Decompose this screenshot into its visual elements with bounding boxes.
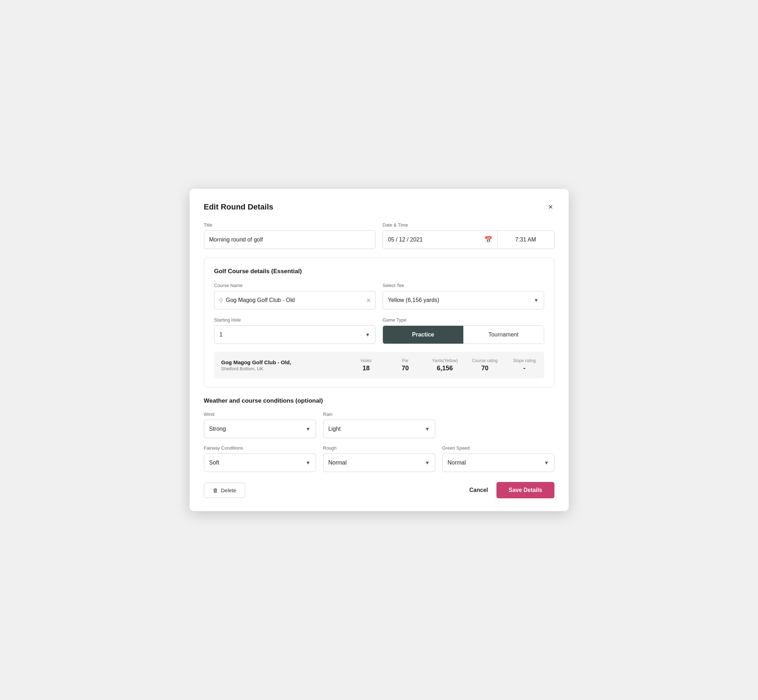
rough-dropdown[interactable]: Normal ▼: [323, 453, 435, 472]
edit-round-modal: Edit Round Details × Title Date & Time 0…: [190, 189, 568, 511]
stat-course-rating: Course rating 70: [472, 358, 498, 372]
modal-header: Edit Round Details ×: [204, 202, 554, 212]
course-name-input[interactable]: [226, 297, 366, 303]
conditions-title: Weather and course conditions (optional): [204, 397, 554, 405]
rough-value: Normal: [329, 459, 347, 466]
stat-yards: Yards(Yellow) 6,156: [432, 358, 458, 372]
fairway-dropdown[interactable]: Soft ▼: [204, 453, 316, 472]
select-tee-value: Yellow (6,156 yards): [388, 297, 439, 303]
course-rating-value: 70: [472, 364, 498, 372]
fairway-label: Fairway Conditions: [204, 445, 316, 451]
starting-hole-dropdown[interactable]: 1 ▼: [214, 325, 376, 344]
starting-hole-value: 1: [219, 331, 223, 338]
footer-right: Cancel Save Details: [469, 482, 554, 498]
chevron-down-icon: ▼: [425, 426, 430, 432]
save-button[interactable]: Save Details: [496, 482, 554, 498]
wind-group: Wind Strong ▼: [204, 411, 316, 438]
par-label: Par: [393, 358, 418, 363]
rain-label: Rain: [323, 411, 435, 417]
course-info-name-group: Gog Magog Golf Club - Old, Shelford Bott…: [221, 359, 354, 371]
wind-value: Strong: [209, 426, 226, 432]
chevron-down-icon: ▼: [306, 460, 311, 466]
course-name-label: Course Name: [214, 283, 376, 288]
chevron-down-icon: ▼: [365, 332, 370, 338]
modal-title: Edit Round Details: [204, 202, 274, 212]
delete-button[interactable]: 🗑 Delete: [204, 483, 245, 498]
starting-hole-label: Starting Hole: [214, 317, 376, 323]
time-box[interactable]: 7:31 AM: [498, 230, 554, 249]
datetime-group: Date & Time 05 / 12 / 2021 📅 7:31 AM: [382, 222, 554, 249]
green-speed-group: Green Speed Normal ▼: [442, 445, 554, 472]
wind-dropdown[interactable]: Strong ▼: [204, 420, 316, 438]
course-info-location: Shelford Bottom, UK: [221, 366, 354, 371]
stat-slope-rating: Slope rating -: [512, 358, 537, 372]
select-tee-dropdown[interactable]: Yellow (6,156 yards) ▼: [382, 291, 544, 309]
cancel-button[interactable]: Cancel: [469, 487, 488, 493]
chevron-down-icon: ▼: [534, 297, 539, 303]
calendar-icon[interactable]: 📅: [484, 236, 492, 244]
course-info-table: Gog Magog Golf Club - Old, Shelford Bott…: [214, 352, 544, 378]
yards-label: Yards(Yellow): [432, 358, 458, 363]
wind-rain-row: Wind Strong ▼ Rain Light ▼: [204, 411, 554, 438]
green-speed-value: Normal: [448, 459, 466, 466]
close-button[interactable]: ×: [547, 202, 554, 212]
conditions-section: Weather and course conditions (optional)…: [204, 397, 554, 472]
datetime-label: Date & Time: [382, 222, 554, 228]
rain-group: Rain Light ▼: [323, 411, 435, 438]
game-type-group: Game Type Practice Tournament: [382, 317, 544, 344]
select-tee-label: Select Tee: [382, 283, 544, 288]
rough-group: Rough Normal ▼: [323, 445, 435, 472]
date-value: 05 / 12 / 2021: [388, 236, 423, 243]
holes-value: 18: [354, 364, 379, 372]
rain-value: Light: [329, 426, 341, 432]
top-row: Title Date & Time 05 / 12 / 2021 📅 7:31 …: [204, 222, 554, 249]
select-tee-group: Select Tee Yellow (6,156 yards) ▼: [382, 283, 544, 309]
rough-label: Rough: [323, 445, 435, 451]
course-search-wrap[interactable]: ⚲ ✕: [214, 291, 376, 309]
clear-icon[interactable]: ✕: [366, 297, 371, 304]
date-box[interactable]: 05 / 12 / 2021 📅: [382, 230, 498, 249]
fairway-value: Soft: [209, 459, 219, 466]
delete-label: Delete: [221, 487, 236, 493]
course-name-group: Course Name ⚲ ✕: [214, 283, 376, 309]
course-rating-label: Course rating: [472, 358, 498, 363]
footer-row: 🗑 Delete Cancel Save Details: [204, 482, 554, 498]
search-icon: ⚲: [219, 297, 223, 304]
chevron-down-icon: ▼: [425, 460, 430, 466]
holes-label: Holes: [354, 358, 379, 363]
golf-course-card: Golf Course details (Essential) Course N…: [204, 258, 554, 388]
game-type-toggle: Practice Tournament: [382, 325, 544, 344]
green-speed-label: Green Speed: [442, 445, 554, 451]
datetime-fields: 05 / 12 / 2021 📅 7:31 AM: [382, 230, 554, 249]
tournament-button[interactable]: Tournament: [464, 326, 544, 344]
rain-dropdown[interactable]: Light ▼: [323, 420, 435, 438]
yards-value: 6,156: [432, 364, 458, 372]
par-value: 70: [393, 364, 418, 372]
practice-button[interactable]: Practice: [383, 326, 464, 344]
stat-holes: Holes 18: [354, 358, 379, 372]
time-value: 7:31 AM: [515, 236, 536, 243]
title-group: Title: [204, 222, 376, 249]
slope-rating-value: -: [512, 364, 537, 372]
course-stats: Holes 18 Par 70 Yards(Yellow) 6,156 Cour…: [354, 358, 537, 372]
chevron-down-icon: ▼: [306, 426, 311, 432]
trash-icon: 🗑: [213, 487, 218, 493]
title-label: Title: [204, 222, 376, 228]
hole-gametype-row: Starting Hole 1 ▼ Game Type Practice Tou…: [214, 317, 544, 344]
title-input[interactable]: [204, 230, 376, 249]
fairway-group: Fairway Conditions Soft ▼: [204, 445, 316, 472]
green-speed-dropdown[interactable]: Normal ▼: [442, 453, 554, 472]
course-tee-row: Course Name ⚲ ✕ Select Tee Yellow (6,156…: [214, 283, 544, 309]
starting-hole-group: Starting Hole 1 ▼: [214, 317, 376, 344]
chevron-down-icon: ▼: [544, 460, 549, 466]
golf-course-title: Golf Course details (Essential): [214, 268, 544, 275]
course-info-name: Gog Magog Golf Club - Old,: [221, 359, 354, 365]
stat-par: Par 70: [393, 358, 418, 372]
wind-label: Wind: [204, 411, 316, 417]
slope-rating-label: Slope rating: [512, 358, 537, 363]
fairway-rough-green-row: Fairway Conditions Soft ▼ Rough Normal ▼…: [204, 445, 554, 472]
game-type-label: Game Type: [382, 317, 544, 323]
